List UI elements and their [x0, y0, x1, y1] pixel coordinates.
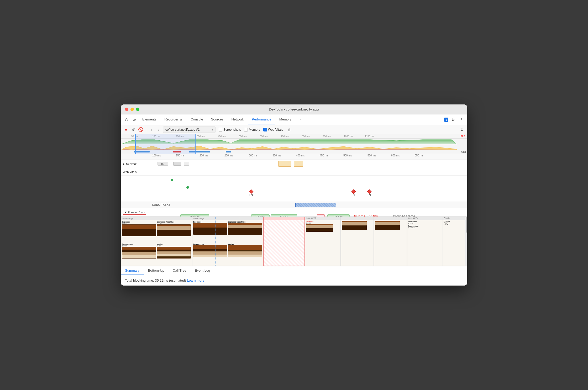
frames-label[interactable]: ▼ Frames 3 ms [123, 210, 146, 215]
network-block-4 [278, 161, 291, 167]
tab-memory[interactable]: Memory [276, 115, 295, 124]
performance-area: 50 ms 150 ms 250 ms 350 ms 450 ms 550 ms… [121, 134, 467, 286]
bottom-panel: Summary Bottom-Up Call Tree Event Log To… [121, 266, 467, 286]
flat-white-cup [306, 224, 333, 232]
record-button[interactable]: ● [123, 127, 129, 133]
tab-bottom-up[interactable]: Bottom-Up [144, 266, 169, 275]
cursor-icon[interactable]: ⬡ [123, 116, 130, 123]
network-row[interactable]: ▶ Network ▓... [121, 160, 467, 168]
download-button[interactable]: ↓ [156, 127, 162, 133]
screenshot-frame-6 [374, 217, 407, 266]
screenshot-frame-cart: menu cart(1) Americano $7.00 x 1 Cappucc… [407, 217, 443, 266]
ls-diamond-3 [367, 189, 371, 194]
memory-checkbox[interactable] [244, 128, 248, 131]
learn-more-link[interactable]: Learn more [187, 278, 204, 282]
upload-button[interactable]: ↑ [148, 127, 155, 133]
toolbar-settings-icon[interactable]: ⚙ [459, 127, 465, 133]
overview-timeline[interactable]: 50 ms 150 ms 250 ms 350 ms 450 ms 550 ms… [121, 134, 467, 154]
coffee-mocha-2: Mocha [228, 243, 262, 265]
time-ruler: 100 ms 150 ms 200 ms 250 ms 300 ms 350 m… [121, 154, 467, 160]
settings-icon[interactable]: ⚙ [449, 116, 457, 123]
tab-console[interactable]: Console [187, 115, 207, 124]
tab-more[interactable]: » [296, 115, 305, 124]
tab-summary[interactable]: Summary [121, 266, 144, 275]
web-vitals-label: Web Vitals [121, 170, 152, 173]
frame-6-cup [375, 221, 400, 230]
close-button[interactable] [125, 108, 128, 111]
screenshots-checkbox-item[interactable]: Screenshots [219, 128, 241, 131]
webvitals-checkbox[interactable]: ✓ [263, 128, 267, 131]
screenshots-area: menucart (0) Espresso $10.00 Espresso Ma… [121, 217, 467, 266]
timeline-marker-2 [239, 217, 239, 266]
frame-cart-content: Americano $7.00 x 1 Cappuccino $19.00 x … [407, 220, 443, 266]
traffic-lights [125, 108, 139, 111]
frame-6-nav [374, 217, 407, 220]
screenshots-checkbox[interactable] [219, 128, 222, 131]
tab-performance[interactable]: Performance [248, 115, 275, 124]
reload-button[interactable]: ↺ [130, 127, 136, 133]
coffee-item-mocha: Mocha $8.00 [157, 243, 191, 265]
screenshot-frame-last: Ameri... $7.00 x 1 Cappu... $19.00 [443, 217, 467, 266]
screenshot-frame-dropped [263, 217, 305, 266]
frame-5-content [341, 220, 374, 266]
minimize-button[interactable] [130, 108, 134, 111]
coffee-macchiato-2: Espresso Macchiato [228, 221, 262, 243]
screenshot-frame-5 [341, 217, 374, 266]
maximize-button[interactable] [136, 108, 139, 111]
delete-recording-button[interactable]: 🗑 [286, 127, 292, 133]
timeline-selection[interactable] [135, 134, 196, 154]
coffee-item-macchiato: Espresso Macchiato $12.00 [157, 221, 191, 243]
americano-price: $7.00 x 1 [408, 223, 442, 224]
frame-last-nav: Ameri... [443, 217, 467, 220]
vertical-scrollbar[interactable] [465, 217, 467, 266]
frame-nav-bar: menucart (0) [121, 217, 192, 220]
clear-button[interactable]: 🚫 [138, 127, 144, 133]
summary-content: Total blocking time: 35.29ms (estimated)… [121, 275, 467, 286]
tab-recorder[interactable]: Recorder ▲ [161, 115, 186, 124]
americano-label: Americano [408, 221, 442, 223]
coffee-item-cappuccino: Cappuccino $19.00 [122, 243, 156, 265]
dropped-frame-nav [264, 217, 304, 220]
memory-checkbox-item[interactable]: Memory [244, 128, 260, 131]
ls-diamond-2 [351, 189, 356, 194]
scrollbar-thumb[interactable] [466, 217, 467, 233]
tab-elements[interactable]: Elements [139, 115, 160, 124]
separator [146, 127, 146, 132]
window-title: DevTools - coffee-cart.netlify.app/ [269, 107, 319, 111]
device-icon[interactable]: ▱ [131, 116, 138, 123]
performance-toolbar: ● ↺ 🚫 ↑ ↓ coffee-cart.netlify.app #1 ▾ S… [121, 125, 467, 134]
url-selector[interactable]: coffee-cart.netlify.app #1 ▾ [163, 127, 216, 133]
network-content: ▓... [152, 160, 467, 168]
tab-sources[interactable]: Sources [207, 115, 227, 124]
more-options-icon[interactable]: ⋮ [458, 116, 465, 123]
cappuccino-label: Cappuccino [408, 225, 442, 227]
bottom-tab-bar: Summary Bottom-Up Call Tree Event Log [121, 266, 467, 275]
coffee-espresso-2: Espresso [193, 221, 227, 243]
frames-label-wrapper: ▼ Frames 3 ms [121, 210, 146, 215]
tab-network[interactable]: Network [228, 115, 248, 124]
webvitals-checkbox-item[interactable]: ✓ Web Vitals [263, 128, 283, 131]
long-tasks-label: LONG TASKS [152, 203, 171, 206]
frame-4-content: Flat White $18.00 [305, 220, 340, 266]
frame-5-nav [341, 217, 374, 220]
ls-marker-3: LS [368, 190, 371, 197]
frame-cart-nav: menu cart(1) [407, 217, 443, 220]
frames-row-header: ▼ Frames 3 ms 150.0 ms 33.3 ms 83.3 ms 3… [121, 208, 467, 217]
checkbox-group: Screenshots Memory ✓ Web Vitals 🗑 [219, 127, 292, 133]
network-block-1: ▓... [158, 162, 168, 166]
devtools-tab-bar: ⬡ ▱ Elements Recorder ▲ Console Sources … [121, 114, 467, 125]
main-timeline: 100 ms 150 ms 200 ms 250 ms 300 ms 350 m… [121, 154, 467, 266]
screenshot-frame-1: menucart (0) Espresso $10.00 Espresso Ma… [121, 217, 192, 266]
tab-call-tree[interactable]: Call Tree [169, 266, 191, 275]
ls-marker-2: LS [352, 190, 355, 197]
devtools-window: DevTools - coffee-cart.netlify.app/ ⬡ ▱ … [121, 104, 467, 286]
frame-nav-bar-2: menucart (0) [192, 217, 263, 220]
svg-rect-6 [226, 151, 231, 152]
cappuccino-price: $19.00 x 1 [408, 227, 442, 229]
expand-icon[interactable]: ▶ [123, 162, 125, 165]
tab-event-log[interactable]: Event Log [191, 266, 214, 275]
screenshot-frame-4: menu cart(0) Flat White $18.00 [305, 217, 341, 266]
frame-content: Espresso $10.00 Espresso Macchiato $12.0… [121, 220, 192, 266]
message-badge[interactable]: 1 [444, 118, 448, 122]
timeline-marker-1 [216, 217, 216, 266]
